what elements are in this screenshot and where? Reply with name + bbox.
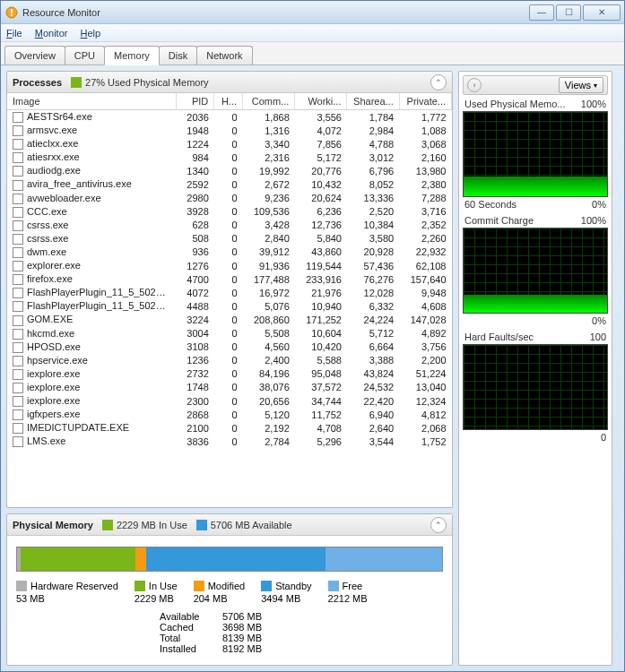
- cell-image: iexplore.exe: [7, 367, 176, 381]
- table-row[interactable]: dwm.exe936039,91243,86020,92822,932: [7, 246, 452, 259]
- table-row[interactable]: IMEDICTUPDATE.EXE210002,1924,7082,6402,0…: [7, 421, 452, 435]
- physical-header[interactable]: Physical Memory 2229 MB In Use 5706 MB A…: [7, 514, 452, 536]
- views-button[interactable]: Views: [559, 77, 603, 93]
- checkbox[interactable]: [13, 220, 23, 231]
- cell-pid: 3108: [176, 340, 213, 354]
- checkbox[interactable]: [13, 288, 23, 298]
- checkbox[interactable]: [13, 125, 23, 136]
- cell-pid: 2100: [176, 421, 213, 435]
- tab-disk[interactable]: Disk: [159, 46, 197, 65]
- cell-share: 8,052: [347, 177, 399, 191]
- checkbox[interactable]: [13, 152, 23, 163]
- minimize-button[interactable]: —: [529, 4, 554, 21]
- chart-used-memory: Used Physical Memo...100% 60 Seconds0%: [463, 99, 608, 210]
- checkbox[interactable]: [13, 261, 23, 271]
- chart-footer-left: 60 Seconds: [464, 199, 516, 210]
- maximize-button[interactable]: ☐: [556, 4, 581, 21]
- collapse-icon[interactable]: ⌃: [430, 517, 447, 533]
- table-row[interactable]: GOM.EXE32240208,860171,25224,224147,028: [7, 313, 452, 326]
- cell-commit: 3,428: [243, 219, 295, 232]
- table-row[interactable]: csrss.exe62803,42812,73610,3842,352: [7, 219, 452, 232]
- table-row[interactable]: avira_free_antivirus.exe259202,67210,432…: [7, 177, 452, 191]
- table-row[interactable]: atiesrxx.exe98402,3165,1723,0122,160: [7, 151, 452, 164]
- cell-share: 6,332: [347, 299, 399, 313]
- stat-installed-v: 8192 MB: [222, 643, 276, 654]
- checkbox[interactable]: [13, 166, 23, 177]
- table-row[interactable]: iexplore.exe1748038,07637,57224,53213,04…: [7, 381, 452, 394]
- menu-file[interactable]: File: [6, 28, 22, 39]
- table-row[interactable]: atieclxx.exe122403,3407,8564,7883,068: [7, 137, 452, 151]
- titlebar[interactable]: Resource Monitor — ☐ ✕: [1, 1, 624, 24]
- checkbox[interactable]: [13, 342, 23, 353]
- cell-pid: 4700: [176, 272, 213, 286]
- menu-help[interactable]: Help: [80, 28, 100, 39]
- checkbox[interactable]: [13, 301, 23, 312]
- checkbox[interactable]: [13, 207, 23, 218]
- close-button[interactable]: ✕: [583, 4, 621, 21]
- table-row[interactable]: hpservice.exe123602,4005,5883,3882,200: [7, 354, 452, 367]
- processes-title: Processes: [13, 77, 62, 88]
- tab-cpu[interactable]: CPU: [65, 46, 105, 65]
- checkbox[interactable]: [13, 234, 23, 245]
- table-row[interactable]: HPOSD.exe310804,56010,4206,6643,756: [7, 340, 452, 354]
- table-row[interactable]: igfxpers.exe286805,12011,7526,9404,812: [7, 408, 452, 421]
- table-row[interactable]: FlashPlayerPlugin_11_5_502_149.exe407201…: [7, 286, 452, 299]
- col-pid[interactable]: PID: [176, 93, 213, 110]
- table-row[interactable]: hkcmd.exe300405,50810,6045,7124,892: [7, 327, 452, 340]
- table-row[interactable]: armsvc.exe194801,3164,0722,9841,088: [7, 124, 452, 137]
- tab-overview[interactable]: Overview: [4, 46, 65, 65]
- available-stat: 5706 MB Available: [211, 520, 292, 530]
- table-row[interactable]: AESTSr64.exe203601,8683,5561,7841,772: [7, 110, 452, 125]
- cell-commit: 3,340: [243, 137, 295, 151]
- col-working[interactable]: Worki...: [295, 93, 347, 110]
- table-row[interactable]: LMS.exe383602,7845,2963,5441,752: [7, 435, 452, 448]
- cell-image: explorer.exe: [7, 259, 176, 272]
- menu-monitor[interactable]: Monitor: [35, 28, 68, 39]
- table-row[interactable]: audiodg.exe1340019,99220,7766,79613,980: [7, 164, 452, 177]
- checkbox[interactable]: [13, 112, 23, 123]
- table-row[interactable]: explorer.exe1276091,936119,54457,43662,1…: [7, 259, 452, 272]
- cell-share: 57,436: [347, 259, 399, 272]
- table-row[interactable]: iexplore.exe2300020,65634,74422,42012,32…: [7, 394, 452, 408]
- col-shareable[interactable]: Sharea...: [347, 93, 399, 110]
- checkbox[interactable]: [13, 436, 23, 447]
- cell-h: 0: [214, 327, 243, 340]
- checkbox[interactable]: [13, 329, 23, 340]
- tab-memory[interactable]: Memory: [104, 46, 160, 65]
- checkbox[interactable]: [13, 409, 23, 420]
- tab-network[interactable]: Network: [196, 46, 252, 65]
- table-row[interactable]: firefox.exe47000177,488233,91676,276157,…: [7, 272, 452, 286]
- square-icon: [16, 581, 27, 591]
- table-row[interactable]: csrss.exe50802,8405,8403,5802,260: [7, 232, 452, 246]
- table-row[interactable]: avwebloader.exe298009,23620,62413,3367,2…: [7, 192, 452, 205]
- cell-share: 2,520: [347, 205, 399, 219]
- checkbox[interactable]: [13, 315, 23, 326]
- col-h[interactable]: H...: [214, 93, 243, 110]
- col-private[interactable]: Private...: [399, 93, 451, 110]
- cell-pid: 3224: [176, 313, 213, 326]
- table-row[interactable]: FlashPlayerPlugin_11_5_502_149.exe448805…: [7, 299, 452, 313]
- checkbox[interactable]: [13, 356, 23, 366]
- chart-max: 100%: [581, 99, 606, 109]
- cell-pid: 1224: [176, 137, 213, 151]
- checkbox[interactable]: [13, 396, 23, 407]
- checkbox[interactable]: [13, 194, 23, 204]
- checkbox[interactable]: [13, 369, 23, 380]
- col-commit[interactable]: Comm...: [243, 93, 295, 110]
- checkbox[interactable]: [13, 139, 23, 150]
- checkbox[interactable]: [13, 383, 23, 393]
- table-row[interactable]: CCC.exe39280109,5366,2362,5203,716: [7, 205, 452, 219]
- chart-title-text: Hard Faults/sec: [464, 332, 534, 342]
- checkbox[interactable]: [13, 274, 23, 285]
- checkbox[interactable]: [13, 180, 23, 191]
- processes-header[interactable]: Processes 27% Used Physical Memory ⌃: [7, 72, 452, 93]
- stat-installed-k: Installed: [160, 643, 213, 654]
- checkbox[interactable]: [13, 247, 23, 258]
- checkbox[interactable]: [13, 423, 23, 434]
- col-image[interactable]: Image: [7, 93, 176, 110]
- expand-icon[interactable]: ›: [467, 78, 482, 92]
- collapse-icon[interactable]: ⌃: [430, 74, 447, 90]
- square-icon: [135, 581, 145, 591]
- processes-table-scroll[interactable]: Image PID H... Comm... Worki... Sharea..…: [7, 93, 452, 507]
- table-row[interactable]: iexplore.exe2732084,19695,04843,82451,22…: [7, 367, 452, 381]
